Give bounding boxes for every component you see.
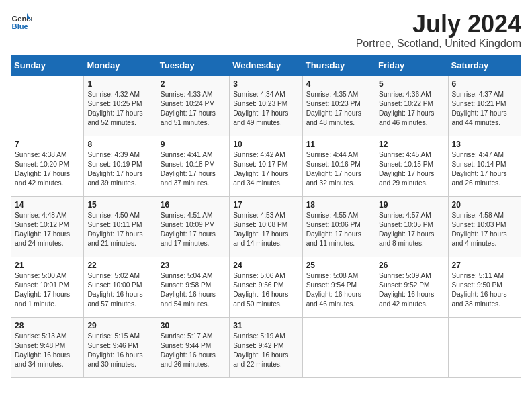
calendar-cell: 10Sunrise: 4:42 AM Sunset: 10:17 PM Dayl…	[230, 136, 302, 196]
calendar-cell: 31Sunrise: 5:19 AM Sunset: 9:42 PM Dayli…	[230, 317, 302, 377]
day-info: Sunrise: 4:45 AM Sunset: 10:15 PM Daylig…	[379, 150, 444, 189]
calendar-cell	[375, 317, 448, 377]
calendar-cell: 8Sunrise: 4:39 AM Sunset: 10:19 PM Dayli…	[84, 136, 157, 196]
calendar-cell: 7Sunrise: 4:38 AM Sunset: 10:20 PM Dayli…	[11, 136, 84, 196]
day-info: Sunrise: 4:57 AM Sunset: 10:05 PM Daylig…	[379, 211, 444, 249]
day-info: Sunrise: 4:51 AM Sunset: 10:09 PM Daylig…	[161, 211, 226, 249]
calendar-cell: 15Sunrise: 4:50 AM Sunset: 10:11 PM Dayl…	[84, 196, 157, 257]
day-info: Sunrise: 4:36 AM Sunset: 10:22 PM Daylig…	[379, 90, 444, 128]
calendar-cell: 19Sunrise: 4:57 AM Sunset: 10:05 PM Dayl…	[375, 196, 448, 257]
day-number: 6	[452, 79, 517, 89]
calendar-week-4: 21Sunrise: 5:00 AM Sunset: 10:01 PM Dayl…	[11, 257, 521, 317]
calendar-cell: 16Sunrise: 4:51 AM Sunset: 10:09 PM Dayl…	[157, 196, 229, 257]
day-info: Sunrise: 4:33 AM Sunset: 10:24 PM Daylig…	[161, 90, 226, 128]
day-info: Sunrise: 5:02 AM Sunset: 10:00 PM Daylig…	[87, 271, 152, 310]
day-info: Sunrise: 5:17 AM Sunset: 9:44 PM Dayligh…	[161, 332, 226, 370]
day-info: Sunrise: 5:15 AM Sunset: 9:46 PM Dayligh…	[87, 332, 152, 370]
weekday-header-thursday: Thursday	[302, 55, 375, 75]
calendar-cell: 1Sunrise: 4:32 AM Sunset: 10:25 PM Dayli…	[84, 75, 157, 136]
day-info: Sunrise: 5:13 AM Sunset: 9:48 PM Dayligh…	[15, 332, 80, 370]
calendar-cell	[11, 75, 84, 136]
day-number: 29	[87, 321, 152, 330]
day-number: 27	[452, 261, 517, 270]
day-info: Sunrise: 4:44 AM Sunset: 10:16 PM Daylig…	[306, 150, 371, 189]
calendar: SundayMondayTuesdayWednesdayThursdayFrid…	[11, 55, 521, 378]
calendar-week-5: 28Sunrise: 5:13 AM Sunset: 9:48 PM Dayli…	[11, 317, 521, 377]
day-info: Sunrise: 5:11 AM Sunset: 9:50 PM Dayligh…	[452, 271, 517, 310]
calendar-cell: 17Sunrise: 4:53 AM Sunset: 10:08 PM Dayl…	[230, 196, 302, 257]
calendar-week-3: 14Sunrise: 4:48 AM Sunset: 10:12 PM Dayl…	[11, 196, 521, 257]
day-info: Sunrise: 4:39 AM Sunset: 10:19 PM Daylig…	[87, 150, 152, 189]
calendar-cell: 23Sunrise: 5:04 AM Sunset: 9:58 PM Dayli…	[157, 257, 229, 317]
day-info: Sunrise: 5:19 AM Sunset: 9:42 PM Dayligh…	[233, 332, 298, 370]
calendar-cell: 18Sunrise: 4:55 AM Sunset: 10:06 PM Dayl…	[302, 196, 375, 257]
day-number: 7	[15, 140, 80, 149]
day-info: Sunrise: 4:58 AM Sunset: 10:03 PM Daylig…	[452, 211, 517, 249]
calendar-cell: 22Sunrise: 5:02 AM Sunset: 10:00 PM Dayl…	[84, 257, 157, 317]
calendar-cell: 12Sunrise: 4:45 AM Sunset: 10:15 PM Dayl…	[375, 136, 448, 196]
day-info: Sunrise: 5:04 AM Sunset: 9:58 PM Dayligh…	[161, 271, 226, 310]
calendar-cell: 9Sunrise: 4:41 AM Sunset: 10:18 PM Dayli…	[157, 136, 229, 196]
weekday-header-monday: Monday	[84, 55, 157, 75]
title-area: July 2024 Portree, Scotland, United King…	[356, 11, 521, 50]
calendar-cell	[448, 317, 521, 377]
calendar-cell: 2Sunrise: 4:33 AM Sunset: 10:24 PM Dayli…	[157, 75, 229, 136]
calendar-cell: 21Sunrise: 5:00 AM Sunset: 10:01 PM Dayl…	[11, 257, 84, 317]
calendar-cell: 4Sunrise: 4:35 AM Sunset: 10:23 PM Dayli…	[302, 75, 375, 136]
day-number: 21	[15, 261, 80, 270]
day-number: 30	[161, 321, 226, 330]
calendar-cell	[302, 317, 375, 377]
day-info: Sunrise: 5:08 AM Sunset: 9:54 PM Dayligh…	[306, 271, 371, 310]
calendar-cell: 27Sunrise: 5:11 AM Sunset: 9:50 PM Dayli…	[448, 257, 521, 317]
day-number: 4	[306, 79, 371, 89]
day-number: 11	[306, 140, 371, 149]
day-number: 14	[15, 200, 80, 210]
day-info: Sunrise: 4:53 AM Sunset: 10:08 PM Daylig…	[233, 211, 298, 249]
calendar-cell: 29Sunrise: 5:15 AM Sunset: 9:46 PM Dayli…	[84, 317, 157, 377]
day-info: Sunrise: 4:37 AM Sunset: 10:21 PM Daylig…	[452, 90, 517, 128]
calendar-cell: 13Sunrise: 4:47 AM Sunset: 10:14 PM Dayl…	[448, 136, 521, 196]
logo-icon: General Blue	[11, 11, 32, 32]
day-number: 12	[379, 140, 444, 149]
day-number: 9	[161, 140, 226, 149]
weekday-header-row: SundayMondayTuesdayWednesdayThursdayFrid…	[11, 55, 521, 75]
calendar-cell: 5Sunrise: 4:36 AM Sunset: 10:22 PM Dayli…	[375, 75, 448, 136]
calendar-cell: 11Sunrise: 4:44 AM Sunset: 10:16 PM Dayl…	[302, 136, 375, 196]
day-number: 15	[87, 200, 152, 210]
calendar-cell: 25Sunrise: 5:08 AM Sunset: 9:54 PM Dayli…	[302, 257, 375, 317]
day-info: Sunrise: 5:09 AM Sunset: 9:52 PM Dayligh…	[379, 271, 444, 310]
day-number: 22	[87, 261, 152, 270]
day-info: Sunrise: 4:47 AM Sunset: 10:14 PM Daylig…	[452, 150, 517, 189]
day-number: 19	[379, 200, 444, 210]
calendar-week-1: 1Sunrise: 4:32 AM Sunset: 10:25 PM Dayli…	[11, 75, 521, 136]
weekday-header-tuesday: Tuesday	[157, 55, 229, 75]
day-info: Sunrise: 5:00 AM Sunset: 10:01 PM Daylig…	[15, 271, 80, 310]
day-number: 24	[233, 261, 298, 270]
day-number: 1	[87, 79, 152, 89]
day-number: 25	[306, 261, 371, 270]
location-title: Portree, Scotland, United Kingdom	[356, 38, 521, 50]
calendar-week-2: 7Sunrise: 4:38 AM Sunset: 10:20 PM Dayli…	[11, 136, 521, 196]
calendar-cell: 24Sunrise: 5:06 AM Sunset: 9:56 PM Dayli…	[230, 257, 302, 317]
day-number: 3	[233, 79, 298, 89]
day-info: Sunrise: 4:55 AM Sunset: 10:06 PM Daylig…	[306, 211, 371, 249]
calendar-cell: 26Sunrise: 5:09 AM Sunset: 9:52 PM Dayli…	[375, 257, 448, 317]
weekday-header-sunday: Sunday	[11, 55, 84, 75]
calendar-cell: 20Sunrise: 4:58 AM Sunset: 10:03 PM Dayl…	[448, 196, 521, 257]
weekday-header-friday: Friday	[375, 55, 448, 75]
calendar-cell: 6Sunrise: 4:37 AM Sunset: 10:21 PM Dayli…	[448, 75, 521, 136]
day-number: 16	[161, 200, 226, 210]
svg-text:Blue: Blue	[12, 22, 28, 30]
day-number: 17	[233, 200, 298, 210]
day-info: Sunrise: 4:32 AM Sunset: 10:25 PM Daylig…	[87, 90, 152, 128]
day-number: 13	[452, 140, 517, 149]
day-info: Sunrise: 4:41 AM Sunset: 10:18 PM Daylig…	[161, 150, 226, 189]
day-number: 26	[379, 261, 444, 270]
day-info: Sunrise: 4:38 AM Sunset: 10:20 PM Daylig…	[15, 150, 80, 189]
day-number: 8	[87, 140, 152, 149]
calendar-cell: 30Sunrise: 5:17 AM Sunset: 9:44 PM Dayli…	[157, 317, 229, 377]
calendar-cell: 14Sunrise: 4:48 AM Sunset: 10:12 PM Dayl…	[11, 196, 84, 257]
day-number: 2	[161, 79, 226, 89]
day-info: Sunrise: 4:48 AM Sunset: 10:12 PM Daylig…	[15, 211, 80, 249]
day-info: Sunrise: 4:34 AM Sunset: 10:23 PM Daylig…	[233, 90, 298, 128]
